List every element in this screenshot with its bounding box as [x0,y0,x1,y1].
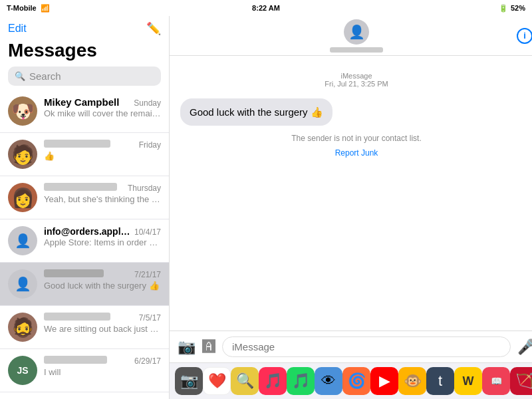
list-item[interactable]: 👤 Danielle 6/15/17 You're very welcome! … [0,392,169,399]
conv-body: info@orders.apple.... 10/4/17 Apple Stor… [44,226,161,247]
conv-preview: Yeah, but she's thinking the ra... [44,194,161,204]
message-input[interactable] [222,336,511,357]
search-icon: 🔍 [15,71,25,81]
avatar: 🐶 [8,96,37,126]
conv-time: Friday [139,140,161,150]
chat-avatar: 👤 [344,19,369,45]
dock-pocket[interactable]: 📖 [482,367,510,395]
list-item[interactable]: 🐶 Mikey Campbell Sunday Ok mike will cov… [0,90,169,133]
avatar: 👤 [8,226,37,255]
avatar: 🧑 [8,140,37,169]
avatar: 👩 [8,183,37,212]
list-item[interactable]: 👩 Thursday Yeah, but she's thinking the … [0,176,169,219]
conv-name-blur [44,269,104,277]
sidebar: Edit ✏️ Messages 🔍 Search 🐶 Mikey Campbe… [0,16,170,399]
conv-name: info@orders.apple.... [44,226,132,237]
carrier-label: T-Mobile [7,4,37,12]
conv-body: 6/29/17 I will [44,356,161,377]
list-item[interactable]: 🧔 7/5/17 We are sitting out back just co… [0,306,169,349]
conv-body: 7/21/17 Good luck with the surgery 👍 [44,269,161,291]
conv-preview: Good luck with the surgery 👍 [44,281,161,291]
conv-time: 7/21/17 [134,270,161,279]
conv-name-blur [44,313,110,321]
conv-preview: I will [44,367,161,377]
conv-name-blur [44,183,117,191]
bt-icon: 🔋 [499,4,508,13]
dock-music[interactable]: 🎵 [259,367,287,395]
list-item[interactable]: 🧑 Friday 👍 [0,133,169,176]
conv-name-blur [44,356,107,364]
dock-swirl[interactable]: 🌀 [342,367,370,395]
conv-preview: We are sitting out back just come in [44,324,161,334]
conv-preview: Ok mike will cover the remainder [44,108,161,118]
dock-monkey[interactable]: 🐵 [398,367,426,395]
sidebar-header: Edit ✏️ Messages 🔍 Search [0,16,169,90]
compose-icon[interactable]: ✏️ [146,21,161,36]
dock-health[interactable]: ❤️ [203,367,231,395]
status-right: 🔋 52% [499,4,525,13]
dock-eye[interactable]: 👁 [315,367,342,395]
date-label: iMessage Fri, Jul 21, 3:25 PM [180,72,532,88]
conversation-list: 🐶 Mikey Campbell Sunday Ok mike will cov… [0,90,169,399]
list-item[interactable]: 👤 7/21/17 Good luck with the surgery 👍 [0,263,169,306]
info-button[interactable]: i [517,28,532,44]
conv-body: Mikey Campbell Sunday Ok mike will cover… [44,96,161,118]
dock-search[interactable]: 🔍 [231,367,259,395]
conv-time: Thursday [128,184,161,193]
contact-name-blur [330,47,383,53]
conv-time: 7/5/17 [139,313,161,323]
dock-spotify[interactable]: 🎵 [287,367,315,395]
message-bubble: Good luck with the surgery 👍 [180,98,332,126]
messages-container: iMessage Fri, Jul 21, 3:25 PM Good luck … [170,56,532,331]
list-item[interactable]: JS 6/29/17 I will [0,349,169,392]
app-store-icon[interactable]: 🅰 [202,339,215,354]
conv-body: Friday 👍 [44,140,161,161]
avatar: 👤 [8,269,37,299]
main-content: Edit ✏️ Messages 🔍 Search 🐶 Mikey Campbe… [0,16,532,399]
messages-title: Messages [8,40,161,61]
dock-w[interactable]: W [454,367,482,395]
edit-button[interactable]: Edit [8,23,27,35]
avatar: JS [8,356,37,385]
avatar: 🧔 [8,313,37,342]
conv-body: Thursday Yeah, but she's thinking the ra… [44,183,161,204]
report-junk-link[interactable]: Report Junk [180,148,532,158]
search-bar[interactable]: 🔍 Search [8,66,161,86]
conv-preview: Apple Store: Items in order W5... [44,237,161,247]
status-bar: T-Mobile 📶 8:22 AM 🔋 52% [0,0,532,16]
conv-name-blur [44,140,110,148]
search-placeholder: Search [29,70,61,82]
battery-label: 52% [511,4,525,12]
chat-header: 👤 i [170,16,532,56]
bottom-dock: 📷 ❤️ 🔍 🎵 🎵 👁 🌀 ▶ 🐵 t W 📖 🏹 [170,362,532,399]
conv-preview: 👍 [44,151,161,161]
dock-camera[interactable]: 📷 [175,367,203,395]
wifi-icon: 📶 [41,4,50,13]
conv-name: Mikey Campbell [44,96,119,108]
conv-body: 7/5/17 We are sitting out back just come… [44,313,161,334]
mic-icon[interactable]: 🎤 [517,338,532,356]
conv-time: 10/4/17 [134,227,161,237]
sender-note: The sender is not in your contact list. [180,134,532,143]
conv-time: Sunday [134,98,161,108]
camera-icon[interactable]: 📷 [178,338,196,356]
dock-extra[interactable]: 🏹 [510,367,532,395]
list-item[interactable]: 👤 info@orders.apple.... 10/4/17 Apple St… [0,219,169,263]
status-left: T-Mobile 📶 [7,4,50,13]
chat-area: 👤 i iMessage Fri, Jul 21, 3:25 PM Good l… [170,16,532,399]
status-time: 8:22 AM [252,4,280,12]
dock-tumblr[interactable]: t [426,367,454,395]
conv-time: 6/29/17 [134,356,161,366]
chat-contact: 👤 [330,19,383,53]
input-bar: 📷 🅰 🎤 [170,331,532,362]
dock-youtube[interactable]: ▶ [370,367,398,395]
